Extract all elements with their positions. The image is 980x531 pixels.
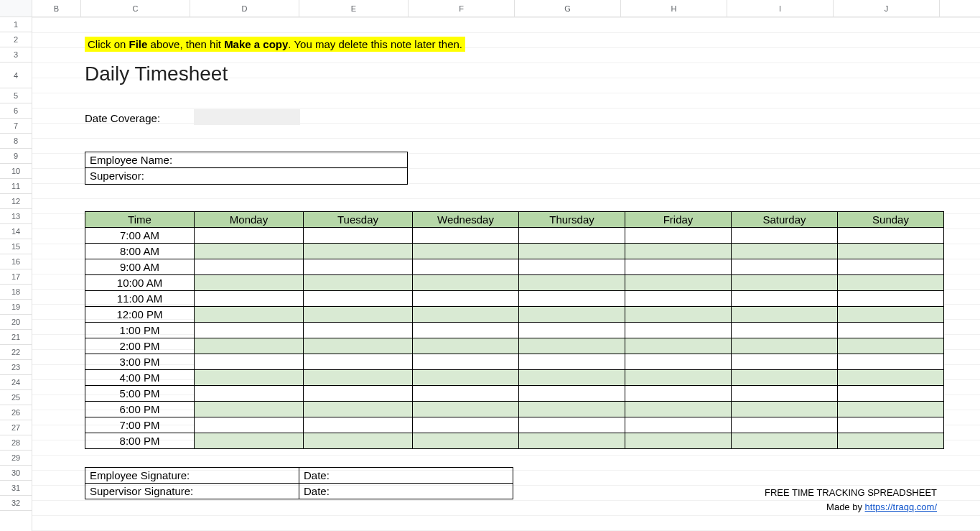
entry-cell[interactable] (413, 275, 519, 291)
entry-cell[interactable] (304, 291, 413, 307)
row-header-3[interactable]: 3 (0, 47, 32, 63)
entry-cell[interactable] (519, 354, 625, 370)
entry-cell[interactable] (625, 228, 732, 244)
entry-cell[interactable] (304, 244, 413, 259)
entry-cell[interactable] (732, 417, 838, 433)
entry-cell[interactable] (838, 228, 944, 244)
supervisor-signature-date-cell[interactable]: Date: (299, 484, 513, 499)
entry-cell[interactable] (838, 433, 944, 449)
entry-cell[interactable] (838, 307, 944, 323)
row-header-14[interactable]: 14 (0, 224, 32, 239)
entry-cell[interactable] (195, 417, 304, 433)
entry-cell[interactable] (732, 402, 838, 417)
entry-cell[interactable] (519, 417, 625, 433)
row-header-6[interactable]: 6 (0, 103, 32, 119)
entry-cell[interactable] (413, 228, 519, 244)
entry-cell[interactable] (625, 354, 732, 370)
row-header-12[interactable]: 12 (0, 194, 32, 209)
entry-cell[interactable] (195, 402, 304, 417)
row-header-28[interactable]: 28 (0, 435, 32, 451)
row-header-20[interactable]: 20 (0, 315, 32, 330)
row-header-2[interactable]: 2 (0, 32, 32, 47)
entry-cell[interactable] (732, 370, 838, 386)
entry-cell[interactable] (732, 338, 838, 354)
entry-cell[interactable] (838, 417, 944, 433)
supervisor-signature-cell[interactable]: Supervisor Signature: (85, 484, 299, 499)
row-header-32[interactable]: 32 (0, 496, 32, 511)
row-header-22[interactable]: 22 (0, 345, 32, 360)
entry-cell[interactable] (732, 433, 838, 449)
row-header-19[interactable]: 19 (0, 300, 32, 315)
row-header-5[interactable]: 5 (0, 88, 32, 103)
entry-cell[interactable] (519, 323, 625, 338)
entry-cell[interactable] (195, 433, 304, 449)
entry-cell[interactable] (732, 291, 838, 307)
entry-cell[interactable] (304, 354, 413, 370)
entry-cell[interactable] (625, 417, 732, 433)
entry-cell[interactable] (732, 307, 838, 323)
entry-cell[interactable] (838, 323, 944, 338)
entry-cell[interactable] (838, 386, 944, 402)
entry-cell[interactable] (304, 228, 413, 244)
entry-cell[interactable] (519, 291, 625, 307)
entry-cell[interactable] (625, 291, 732, 307)
row-header-26[interactable]: 26 (0, 405, 32, 420)
date-coverage-input[interactable] (194, 109, 300, 125)
row-header-9[interactable]: 9 (0, 149, 32, 164)
row-header-10[interactable]: 10 (0, 164, 32, 179)
entry-cell[interactable] (413, 402, 519, 417)
entry-cell[interactable] (195, 338, 304, 354)
entry-cell[interactable] (304, 370, 413, 386)
entry-cell[interactable] (519, 433, 625, 449)
entry-cell[interactable] (304, 307, 413, 323)
entry-cell[interactable] (519, 307, 625, 323)
entry-cell[interactable] (304, 323, 413, 338)
entry-cell[interactable] (413, 433, 519, 449)
row-header-13[interactable]: 13 (0, 209, 32, 224)
entry-cell[interactable] (304, 402, 413, 417)
row-header-25[interactable]: 25 (0, 390, 32, 405)
entry-cell[interactable] (625, 275, 732, 291)
entry-cell[interactable] (625, 433, 732, 449)
column-header-B[interactable]: B (32, 0, 81, 17)
entry-cell[interactable] (838, 402, 944, 417)
entry-cell[interactable] (413, 244, 519, 259)
entry-cell[interactable] (413, 291, 519, 307)
entry-cell[interactable] (519, 370, 625, 386)
entry-cell[interactable] (304, 417, 413, 433)
entry-cell[interactable] (519, 228, 625, 244)
row-header-11[interactable]: 11 (0, 179, 32, 194)
entry-cell[interactable] (519, 386, 625, 402)
row-header-23[interactable]: 23 (0, 360, 32, 375)
entry-cell[interactable] (413, 259, 519, 275)
column-header-J[interactable]: J (834, 0, 940, 17)
supervisor-row[interactable]: Supervisor: (85, 168, 407, 184)
entry-cell[interactable] (519, 275, 625, 291)
footer-link[interactable]: https://traqq.com/ (865, 502, 937, 512)
entry-cell[interactable] (732, 386, 838, 402)
entry-cell[interactable] (625, 307, 732, 323)
entry-cell[interactable] (195, 386, 304, 402)
entry-cell[interactable] (625, 370, 732, 386)
column-header-E[interactable]: E (299, 0, 409, 17)
column-header-D[interactable]: D (190, 0, 299, 17)
entry-cell[interactable] (838, 259, 944, 275)
row-header-16[interactable]: 16 (0, 254, 32, 269)
employee-signature-date-cell[interactable]: Date: (299, 468, 513, 484)
row-header-27[interactable]: 27 (0, 420, 32, 435)
column-header-I[interactable]: I (727, 0, 834, 17)
entry-cell[interactable] (838, 244, 944, 259)
entry-cell[interactable] (732, 228, 838, 244)
entry-cell[interactable] (304, 338, 413, 354)
employee-name-row[interactable]: Employee Name: (85, 152, 407, 168)
entry-cell[interactable] (838, 275, 944, 291)
employee-signature-cell[interactable]: Employee Signature: (85, 468, 299, 484)
row-header-4[interactable]: 4 (0, 63, 32, 88)
column-header-F[interactable]: F (409, 0, 515, 17)
column-header-G[interactable]: G (515, 0, 621, 17)
entry-cell[interactable] (195, 275, 304, 291)
entry-cell[interactable] (732, 244, 838, 259)
corner-cell[interactable] (0, 0, 32, 17)
entry-cell[interactable] (413, 323, 519, 338)
entry-cell[interactable] (413, 417, 519, 433)
